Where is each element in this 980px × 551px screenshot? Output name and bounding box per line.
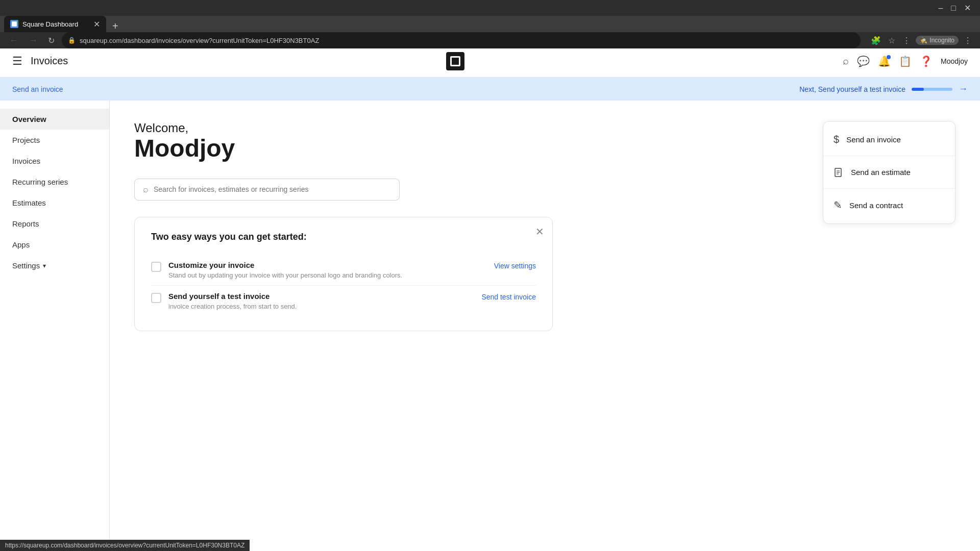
sidebar-item-projects[interactable]: Projects [0,130,109,151]
quick-action-send-estimate[interactable]: Send an estimate [823,158,955,186]
url-text: squareup.com/dashboard/invoices/overview… [80,37,319,44]
checklist-checkbox-2[interactable] [151,293,161,303]
get-started-card: ✕ Two easy ways you can get started: Cus… [134,217,553,331]
sidebar-item-overview[interactable]: Overview [0,109,109,130]
incognito-label: Incognito [929,37,954,44]
lock-icon: 🔒 [68,37,76,44]
checklist-desc-1: Stand out by updating your invoice with … [168,271,487,279]
forward-button[interactable]: → [26,33,41,48]
help-button[interactable]: ❓ [920,55,933,67]
tab-favicon [10,20,18,28]
user-name[interactable]: Moodjoy [941,57,968,65]
card-title: Two easy ways you can get started: [151,232,536,242]
checklist-item-2: Send yourself a test invoice invoice cre… [151,286,536,316]
sidebar-item-reports[interactable]: Reports [0,213,109,234]
quick-actions-panel: $ Send an invoice Send an estimate [823,121,955,224]
menu-hamburger-button[interactable]: ☰ [12,55,22,68]
checklist-text-2: Send yourself a test invoice invoice cre… [168,292,474,310]
active-tab[interactable]: Square Dashboard ✕ [4,16,106,32]
view-settings-link[interactable]: View settings [494,262,536,270]
search-icon: ⌕ [143,184,149,195]
banner-arrow-icon[interactable]: → [959,84,968,94]
banner-right[interactable]: Next, Send yourself a test invoice → [799,84,968,94]
main-content: Welcome, Moodjoy ⌕ ✕ Two easy ways you c… [110,101,980,551]
toolbar-icons: 🧩 ☆ ⋮ 🕵 Incognito ⋮ [869,34,974,47]
back-button[interactable]: ← [6,33,21,48]
svg-rect-0 [12,21,17,27]
banner: Send an invoice Next, Send yourself a te… [0,78,980,101]
incognito-icon: 🕵 [920,37,927,44]
page-title: Invoices [31,55,68,67]
top-bar-actions: ⌕ 💬 🔔 📋 ❓ Moodjoy [843,55,968,67]
card-close-button[interactable]: ✕ [535,226,544,238]
close-button[interactable]: ✕ [960,3,975,13]
banner-next-text: Next, Send yourself a test invoice [799,85,905,93]
extensions-icon[interactable]: 🧩 [869,34,883,47]
search-input[interactable] [154,185,391,193]
checklist-desc-2: invoice creation process, from start to … [168,303,474,310]
messages-button[interactable]: 💬 [857,55,870,67]
search-button[interactable]: ⌕ [843,55,849,67]
sidebar-item-apps[interactable]: Apps [0,234,109,255]
tab-close-icon[interactable]: ✕ [93,19,100,29]
pos-button[interactable]: 📋 [899,55,912,67]
url-tooltip: https://squareup.com/dashboard/invoices/… [0,540,250,551]
quick-action-divider-2 [823,188,955,189]
app: ☰ Invoices ⌕ 💬 🔔 📋 ❓ Moodjoy Send an inv… [0,45,980,551]
banner-send-invoice-link[interactable]: Send an invoice [12,85,63,93]
browser-toolbar: ← → ↻ 🔒 squareup.com/dashboard/invoices/… [0,32,980,48]
top-bar-center [76,52,835,70]
sidebar-item-settings[interactable]: Settings ▾ [0,255,109,276]
browser-tabs: Square Dashboard ✕ + [0,16,980,32]
minimize-button[interactable]: – [934,3,947,13]
address-bar[interactable]: 🔒 squareup.com/dashboard/invoices/overvi… [62,32,861,48]
more-options-icon[interactable]: ⋮ [962,34,974,47]
quick-action-send-contract[interactable]: ✎ Send a contract [823,191,955,219]
new-tab-button[interactable]: + [108,20,122,32]
pencil-icon: ✎ [834,199,842,211]
banner-progress-bar [912,88,952,91]
checklist-title-1: Customize your invoice [168,261,487,269]
document-icon [834,166,844,178]
quick-action-estimate-label: Send an estimate [851,168,911,177]
sidebar: Overview Projects Invoices Recurring ser… [0,101,110,551]
maximize-button[interactable]: □ [947,3,960,13]
sidebar-item-estimates[interactable]: Estimates [0,192,109,213]
sidebar-item-recurring-series[interactable]: Recurring series [0,171,109,192]
bookmark-star-icon[interactable]: ☆ [886,34,897,47]
chevron-down-icon: ▾ [43,262,46,269]
send-test-invoice-link[interactable]: Send test invoice [481,293,536,301]
sidebar-item-invoices[interactable]: Invoices [0,151,109,171]
reload-button[interactable]: ↻ [45,34,58,47]
quick-action-invoice-label: Send an invoice [846,135,901,144]
notifications-button[interactable]: 🔔 [878,55,891,67]
search-box[interactable]: ⌕ [134,179,400,201]
quick-action-send-invoice[interactable]: $ Send an invoice [823,126,955,154]
checklist-text-1: Customize your invoice Stand out by upda… [168,261,487,279]
checklist-checkbox-1[interactable] [151,262,161,272]
square-logo [446,52,464,70]
checklist-title-2: Send yourself a test invoice [168,292,474,300]
top-bar: ☰ Invoices ⌕ 💬 🔔 📋 ❓ Moodjoy [0,45,980,78]
quick-action-divider-1 [823,156,955,156]
customize-icon[interactable]: ⋮ [900,34,913,47]
main-layout: Overview Projects Invoices Recurring ser… [0,101,980,551]
notification-badge [887,55,891,59]
tab-title: Square Dashboard [22,20,78,28]
quick-action-contract-label: Send a contract [849,201,903,210]
dollar-icon: $ [834,134,839,145]
banner-progress-fill [912,88,924,91]
square-logo-inner [450,56,460,66]
incognito-badge[interactable]: 🕵 Incognito [916,36,959,45]
checklist-item-1: Customize your invoice Stand out by upda… [151,255,536,286]
